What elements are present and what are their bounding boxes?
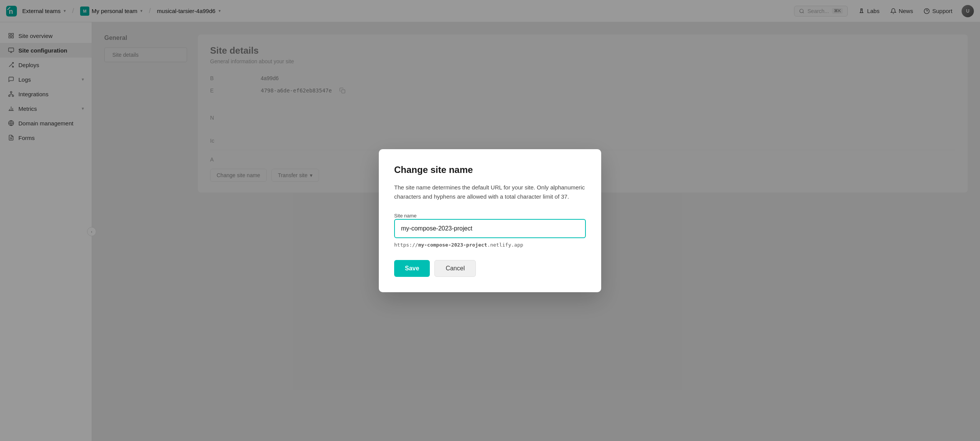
- url-prefix: https://: [394, 242, 418, 248]
- change-site-name-modal: Change site name The site name determine…: [379, 149, 601, 292]
- modal-description: The site name determines the default URL…: [394, 183, 586, 201]
- modal-action-buttons: Save Cancel: [394, 260, 586, 277]
- modal-title: Change site name: [394, 165, 586, 175]
- url-preview: https://my-compose-2023-project.netlify.…: [394, 242, 586, 248]
- url-domain: my-compose-2023-project: [418, 242, 487, 248]
- site-name-field-label: Site name: [394, 213, 417, 219]
- url-suffix: .netlify.app: [487, 242, 523, 248]
- site-name-input[interactable]: [394, 219, 586, 238]
- save-button[interactable]: Save: [394, 260, 430, 277]
- cancel-button[interactable]: Cancel: [434, 260, 476, 277]
- modal-overlay[interactable]: Change site name The site name determine…: [0, 0, 980, 441]
